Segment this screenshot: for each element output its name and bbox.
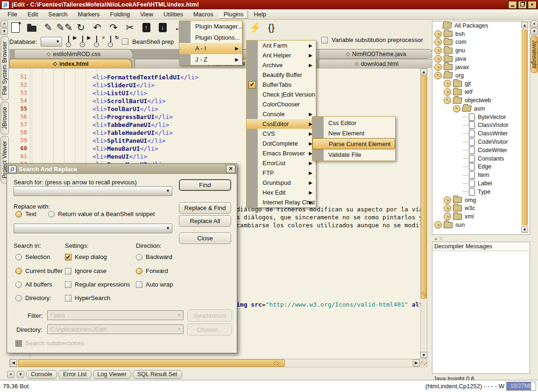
menu-item-a-i[interactable]: A - I▶	[179, 43, 242, 54]
editor-vscroll-thumb[interactable]	[421, 76, 427, 299]
expand-icon[interactable]: ↘	[434, 30, 442, 38]
menu-view[interactable]: View	[135, 10, 158, 19]
reload-icon[interactable]: ↻	[75, 21, 87, 34]
close-dialog-button[interactable]: Close	[179, 232, 231, 244]
paste-jar-icon[interactable]: ↓	[156, 21, 169, 34]
left-dock-close-icon[interactable]: ×	[0, 21, 8, 28]
tab-sql-result-set[interactable]: SQL Result Set	[133, 370, 182, 379]
tree-item-classvisitor[interactable]: ClassVisitor	[432, 121, 530, 130]
buffer-tab-nimrodtheme-java[interactable]: ◇NimRODTheme.java	[319, 49, 433, 58]
tree-item-omg[interactable]: ↘omg	[432, 196, 530, 204]
tree-item-w3c[interactable]: ↘w3c	[432, 204, 530, 213]
all-buffers-radio[interactable]	[15, 281, 22, 288]
replace-beanshell-radio[interactable]	[48, 211, 55, 217]
menu-folding[interactable]: Folding	[106, 10, 135, 19]
menu-item-j-z[interactable]: J - Z▶	[179, 54, 242, 65]
expand-icon[interactable]: ↘	[444, 204, 451, 212]
tree-item-edge[interactable]: Edge	[432, 163, 530, 171]
code-line[interactable]: 52<li>SliderUI</li>	[9, 82, 420, 90]
search-and-replace-dialog[interactable]: j3 Search And Replace ✕ Search for: (pre…	[7, 163, 237, 353]
redo-icon[interactable]: ↷	[107, 21, 120, 34]
expand-icon[interactable]: ↘	[444, 80, 451, 87]
tree-item-all-packages[interactable]: All Packages	[432, 21, 530, 30]
memory-gauge[interactable]: 19/27Mb	[506, 382, 536, 391]
menu-utilities[interactable]: Utilities	[159, 10, 188, 19]
backward-radio[interactable]	[136, 254, 142, 260]
code-line[interactable]: 51<li>FormattedTextFieldUI</li>	[9, 74, 420, 82]
collapse-icon[interactable]: ↖	[453, 105, 460, 112]
menu-item-check-jedit-version[interactable]: Check jEdit Version	[247, 90, 316, 99]
variable-substitution-checkbox[interactable]	[321, 37, 328, 43]
tree-scroll-down-icon[interactable]: ▼	[521, 226, 528, 233]
execute-selection-icon[interactable]: −▶	[80, 36, 90, 47]
tree-item-constants[interactable]: Constants	[432, 154, 530, 163]
menu-item-internet-relay-chat[interactable]: Internet Relay Chat▶	[247, 197, 316, 207]
bottom-dock-menu-icon[interactable]: ▼	[17, 371, 24, 378]
tab-console[interactable]: Console	[26, 370, 57, 379]
menu-item-ant-farm[interactable]: Ant Farm▶	[247, 41, 316, 50]
collapse-icon[interactable]: ↖	[444, 97, 451, 104]
tree-item-gjt[interactable]: ↘gjt	[432, 80, 530, 88]
menu-item-ftp[interactable]: FTP▶	[247, 168, 316, 178]
tree-scroll-up-icon[interactable]: ▲	[521, 22, 528, 28]
scroll-left-icon[interactable]: ◀	[10, 359, 17, 367]
tree-item-codevisitor[interactable]: CodeVisitor	[432, 138, 530, 146]
right-dock-menu-icon[interactable]: ▼	[531, 28, 538, 35]
menu-help[interactable]: Help	[249, 10, 271, 19]
menu-edit[interactable]: Edit	[23, 10, 42, 19]
braces-icon[interactable]: {}	[265, 21, 277, 34]
scroll-down-icon[interactable]: ▼	[420, 352, 427, 358]
package-tree[interactable]: All Packages↘bsh↘com↘gnu↘java↘javax↖org↘…	[432, 21, 530, 235]
repeat-query-icon[interactable]: −↻	[108, 36, 118, 47]
menu-plugins[interactable]: Plugins	[219, 10, 248, 19]
load-script-icon[interactable]: −≡	[94, 36, 104, 47]
panel-splitter[interactable]: ▲ ▽	[432, 236, 530, 242]
scroll-right-icon[interactable]: ▶	[413, 359, 420, 367]
tree-item-java[interactable]: ↘java	[432, 55, 530, 63]
menu-item-buffertabs[interactable]: BufferTabs✔	[247, 80, 316, 90]
expand-icon[interactable]: ↘	[434, 221, 442, 229]
tab-error-list[interactable]: Error List	[58, 370, 92, 379]
menu-item-plugin-options[interactable]: Plugin Options...	[179, 32, 242, 43]
menu-item-cvs[interactable]: CVS▶	[247, 129, 316, 139]
expand-icon[interactable]: ↘	[434, 38, 442, 46]
code-line[interactable]: 55<li>ToolBarUI</li>	[9, 105, 420, 113]
menu-item-parse-current-element[interactable]: Parse Current Element	[312, 138, 395, 149]
tree-item-javax[interactable]: ↘javax	[432, 63, 530, 71]
database-select[interactable]: ▼	[41, 37, 62, 47]
replace-all-button[interactable]: Replace All	[179, 215, 231, 227]
dialog-title-bar[interactable]: j3 Search And Replace ✕	[7, 164, 237, 174]
tree-item-org[interactable]: ↖org	[432, 71, 530, 80]
right-dock-close-icon[interactable]: ×	[531, 21, 538, 28]
tree-item-label[interactable]: Label	[432, 179, 530, 188]
tree-item-codewriter[interactable]: CodeWriter	[432, 146, 530, 154]
tree-item-ietf[interactable]: ↘ietf	[432, 88, 530, 96]
cut-icon[interactable]: ✂	[124, 21, 136, 34]
tab-log-viewer[interactable]: Log Viewer	[93, 370, 131, 379]
tree-vscroll-thumb[interactable]	[522, 29, 528, 225]
tab-jbrowse[interactable]: JBrowse	[0, 102, 9, 134]
expand-icon[interactable]: ↘	[434, 63, 442, 71]
menu-item-csseditor[interactable]: CssEditor▶	[247, 119, 316, 129]
expand-icon[interactable]: ↘	[434, 47, 442, 54]
auto-wrap-checkbox[interactable]	[136, 281, 142, 288]
code-line[interactable]: 53<li>ListUI</li>	[9, 90, 420, 98]
replace-with-input[interactable]: ▼	[14, 224, 172, 233]
tree-item-sun[interactable]: ↘sun	[432, 221, 530, 229]
tree-item-bytevector[interactable]: ByteVector	[432, 113, 530, 121]
editor-hscroll-thumb[interactable]	[18, 359, 285, 367]
current-buffer-radio[interactable]	[15, 268, 22, 274]
menu-item-ant-helper[interactable]: Ant Helper▶	[247, 50, 316, 60]
expand-icon[interactable]: ↘	[444, 88, 451, 96]
left-dock-menu-icon[interactable]: ▼	[0, 28, 8, 35]
menu-markers[interactable]: Markers	[73, 10, 105, 19]
execute-query-icon[interactable]: −▶	[66, 36, 76, 47]
tree-item-classwriter[interactable]: ClassWriter	[432, 129, 530, 138]
undo-icon[interactable]: ↶	[91, 21, 103, 34]
expand-icon[interactable]: ↘	[434, 55, 442, 63]
regular-expressions-checkbox[interactable]	[65, 281, 71, 288]
menu-item-validate-file[interactable]: Validate File	[312, 149, 395, 160]
tab-file-system-browser[interactable]: File System Browser	[0, 36, 9, 100]
open-file-icon[interactable]	[26, 21, 38, 34]
tree-item-objectweb[interactable]: ↖objectweb	[432, 96, 530, 105]
